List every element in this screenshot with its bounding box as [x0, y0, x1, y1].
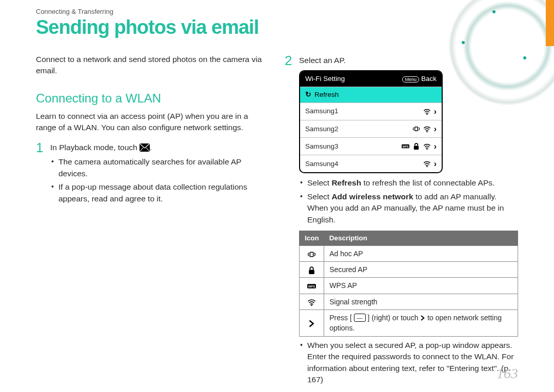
wifi-ap-row[interactable]: Samsung3 WPS › [300, 138, 442, 155]
svg-rect-2 [414, 127, 418, 131]
step-number-1: 1 [36, 141, 45, 207]
svg-point-1 [426, 114, 427, 115]
intro-text: Connect to a network and send stored pho… [36, 54, 269, 77]
menu-tag: Menu [402, 76, 419, 82]
svg-rect-9 [310, 252, 313, 257]
signal-icon [423, 142, 431, 150]
svg-point-3 [426, 131, 427, 132]
chevron-right-icon: › [434, 123, 437, 135]
page-title: Sending photos via email [36, 16, 518, 38]
svg-point-7 [426, 149, 427, 150]
adhoc-icon [412, 125, 420, 133]
svg-rect-6 [413, 146, 418, 150]
svg-text:WPS: WPS [308, 285, 315, 288]
icon-table: Icon Description Ad hoc AP Secured AP [299, 231, 518, 336]
section-intro: Learn to connect via an access point (AP… [36, 111, 269, 134]
chevron-right-icon: › [434, 158, 437, 170]
wifi-refresh-row[interactable]: ↻ Refresh [300, 87, 442, 103]
right-button-icon: — [354, 314, 366, 322]
signal-icon [300, 294, 324, 310]
signal-icon [423, 108, 431, 115]
refresh-icon: ↻ [305, 90, 311, 100]
step2-bullets: Select Refresh to refresh the list of co… [300, 177, 518, 225]
svg-text:WPS: WPS [402, 145, 408, 148]
wifi-ap-row[interactable]: Samsung2 › [300, 120, 442, 138]
svg-point-13 [311, 305, 312, 306]
signal-icon [423, 160, 431, 168]
step-number-2: 2 [285, 54, 294, 387]
step2-tail-bullets: When you select a secured AP, a pop-up w… [300, 340, 518, 386]
section-tab [546, 0, 554, 46]
wifi-ap-row[interactable]: Samsung4 › [300, 155, 442, 172]
breadcrumb: Connecting & Transferring [36, 8, 518, 15]
adhoc-icon [300, 245, 324, 261]
signal-icon [423, 125, 431, 133]
lock-icon [300, 262, 324, 278]
section-heading: Connecting to a WLAN [36, 90, 269, 108]
svg-rect-10 [309, 270, 314, 274]
chevron-right-icon: › [434, 140, 437, 152]
wps-icon: WPS [300, 278, 324, 294]
wifi-panel: Wi-Fi Setting MenuBack ↻ Refresh Samsung… [299, 70, 443, 173]
step2-text: Select an AP. [299, 55, 518, 66]
chevron-right-icon [420, 315, 425, 321]
email-icon [140, 143, 150, 152]
chevron-right-icon [300, 310, 324, 336]
step1-bullets: The camera automatically searches for av… [51, 156, 269, 204]
page-number: 163 [497, 365, 518, 382]
wifi-title-bar: Wi-Fi Setting MenuBack [300, 71, 442, 87]
lock-icon [412, 142, 420, 150]
wps-icon: WPS [402, 142, 409, 150]
svg-point-8 [426, 166, 427, 167]
wifi-ap-row[interactable]: Samsung1 › [300, 103, 442, 120]
step1-text: In Playback mode, touch . [50, 143, 152, 152]
chevron-right-icon: › [434, 106, 437, 117]
